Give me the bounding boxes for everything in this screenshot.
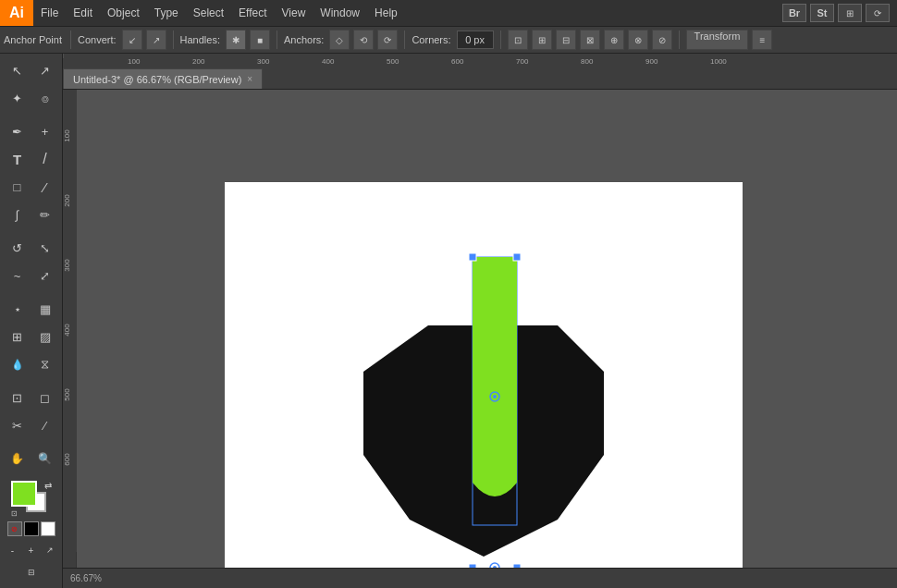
align-btn-3[interactable]: ⊟ — [556, 30, 576, 50]
tool-row-1: ↖ ↗ — [5, 57, 58, 83]
white-swatch[interactable] — [41, 521, 55, 536]
rotate-tool[interactable]: ↺ — [5, 235, 31, 261]
handles-square-btn[interactable]: ■ — [250, 30, 270, 50]
scissors-tool[interactable]: ✂ — [5, 412, 31, 438]
eyedropper-tool[interactable]: 💧 — [5, 351, 31, 377]
tab-title: Untitled-3* @ 66.67% (RGB/Preview) — [73, 74, 241, 85]
tool-row-14: ✋ 🔍 — [5, 446, 58, 472]
free-transform-tool[interactable]: ⤢ — [32, 263, 58, 288]
convert-btn-2[interactable]: ↗ — [146, 30, 166, 50]
swap-colors-icon[interactable]: ⇄ — [44, 481, 52, 491]
selection-tool[interactable]: ↖ — [5, 57, 31, 83]
app-logo: Ai — [0, 0, 33, 26]
horizontal-ruler: 100 200 300 400 500 600 700 800 900 1000 — [63, 54, 897, 67]
paintbrush-tool[interactable]: ∫ — [5, 202, 31, 227]
tool-row-3: ✒ + — [5, 118, 58, 144]
align-btn-7[interactable]: ⊘ — [652, 30, 672, 50]
document-tab[interactable]: Untitled-3* @ 66.67% (RGB/Preview) × — [63, 68, 263, 89]
black-swatch[interactable] — [24, 521, 39, 536]
stock-icon[interactable]: St — [810, 4, 834, 22]
none-swatch[interactable]: ⊘ — [7, 521, 22, 536]
menu-edit[interactable]: Edit — [66, 0, 100, 26]
reset-colors-icon[interactable]: ⊡ — [11, 509, 18, 518]
bottom-tool-row: - + ↗ — [5, 542, 58, 558]
screen-mode-btn[interactable]: ⊟ — [6, 564, 57, 581]
svg-text:700: 700 — [516, 57, 529, 66]
mesh-tool[interactable]: ⊞ — [5, 324, 31, 349]
menu-help[interactable]: Help — [367, 0, 405, 26]
menu-object[interactable]: Object — [100, 0, 147, 26]
toolbar-separator-1 — [70, 31, 71, 49]
convert-btn-1[interactable]: ↙ — [122, 30, 142, 50]
menu-select[interactable]: Select — [186, 0, 231, 26]
extra-options-btn[interactable]: ≡ — [752, 30, 772, 50]
anchors-label: Anchors: — [284, 34, 324, 45]
svg-text:500: 500 — [387, 57, 399, 66]
zoom-tool[interactable]: 🔍 — [32, 446, 58, 472]
sync-icon[interactable]: ⟳ — [866, 4, 890, 22]
anchors-btn-2[interactable]: ⟲ — [353, 30, 374, 50]
tool-row-11: 💧 ⧖ — [5, 351, 58, 377]
convert-label: Convert: — [78, 34, 117, 45]
transform-button[interactable]: Transform — [686, 30, 749, 50]
text-tool[interactable]: T — [5, 146, 31, 172]
zoom-in-btn[interactable]: + — [23, 542, 40, 558]
corners-input[interactable] — [457, 31, 494, 49]
pencil-tool[interactable]: ✏ — [32, 202, 58, 227]
anchor-top-right[interactable] — [513, 253, 521, 261]
title-bar: Ai File Edit Object Type Select Effect V… — [0, 0, 897, 26]
menu-window[interactable]: Window — [313, 0, 367, 26]
align-btn-5[interactable]: ⊕ — [604, 30, 624, 50]
anchor-bottom-left[interactable] — [469, 564, 476, 568]
menu-view[interactable]: View — [275, 0, 313, 26]
tool-row-13: ✂ ∕ — [5, 412, 58, 438]
handles-btn[interactable]: ✱ — [226, 30, 246, 50]
align-btn-2[interactable]: ⊞ — [532, 30, 552, 50]
warp-tool[interactable]: ~ — [5, 263, 31, 288]
workspace-switcher[interactable]: ⊞ — [838, 4, 862, 22]
pen-tool[interactable]: ✒ — [5, 118, 31, 144]
ellipse-tool[interactable]: ∕ — [32, 174, 58, 200]
small-color-row: ⊘ — [7, 521, 55, 536]
add-anchor-tool[interactable]: + — [32, 118, 58, 144]
anchor-top-left[interactable] — [469, 253, 476, 261]
align-btn-4[interactable]: ⊠ — [580, 30, 600, 50]
svg-rect-12 — [63, 90, 77, 552]
drawing-canvas[interactable] — [77, 90, 897, 568]
direct-selection-tool[interactable]: ↗ — [32, 57, 58, 83]
anchors-btn-1[interactable]: ◇ — [329, 30, 350, 50]
anchor-bottom-right[interactable] — [513, 564, 521, 568]
blend-tool[interactable]: ⧖ — [32, 351, 58, 377]
eraser-tool[interactable]: ◻ — [32, 385, 58, 410]
menu-file[interactable]: File — [33, 0, 66, 26]
symbol-sprayer-tool[interactable]: ⋆ — [5, 296, 31, 322]
tool-row-4: T / — [5, 146, 58, 172]
tool-row-8: ~ ⤢ — [5, 263, 58, 288]
slice-tool[interactable]: ⊡ — [5, 385, 31, 410]
align-btn-1[interactable]: ⊡ — [508, 30, 528, 50]
zoom-out-btn[interactable]: - — [5, 542, 21, 558]
tool-row-5: □ ∕ — [5, 174, 58, 200]
line-tool[interactable]: / — [32, 146, 58, 172]
tool-row-2: ✦ ⌾ — [5, 85, 58, 111]
column-graph-tool[interactable]: ▦ — [32, 296, 58, 322]
foreground-color-swatch[interactable] — [11, 481, 37, 507]
menu-effect[interactable]: Effect — [231, 0, 274, 26]
rect-tool[interactable]: □ — [5, 174, 31, 200]
hand-tool[interactable]: ✋ — [5, 446, 31, 472]
menu-type[interactable]: Type — [147, 0, 186, 26]
tool-row-9: ⋆ ▦ — [5, 296, 58, 322]
color-area: ⇄ ⊡ ⊘ - + ↗ ⊟ — [5, 473, 58, 588]
anchor-point-toolbar: Anchor Point Convert: ↙ ↗ Handles: ✱ ■ A… — [0, 26, 897, 54]
gradient-tool[interactable]: ▨ — [32, 324, 58, 349]
extra-btn[interactable]: ↗ — [42, 542, 58, 558]
knife-tool[interactable]: ∕ — [32, 412, 58, 438]
align-btn-6[interactable]: ⊗ — [628, 30, 648, 50]
lasso-tool[interactable]: ⌾ — [32, 85, 58, 111]
anchors-btn-3[interactable]: ⟳ — [377, 30, 398, 50]
magic-wand-tool[interactable]: ✦ — [5, 85, 31, 111]
tab-close-button[interactable]: × — [247, 74, 252, 84]
scale-tool[interactable]: ⤡ — [32, 235, 58, 261]
bridge-icon[interactable]: Br — [782, 4, 806, 22]
svg-rect-0 — [63, 54, 897, 67]
